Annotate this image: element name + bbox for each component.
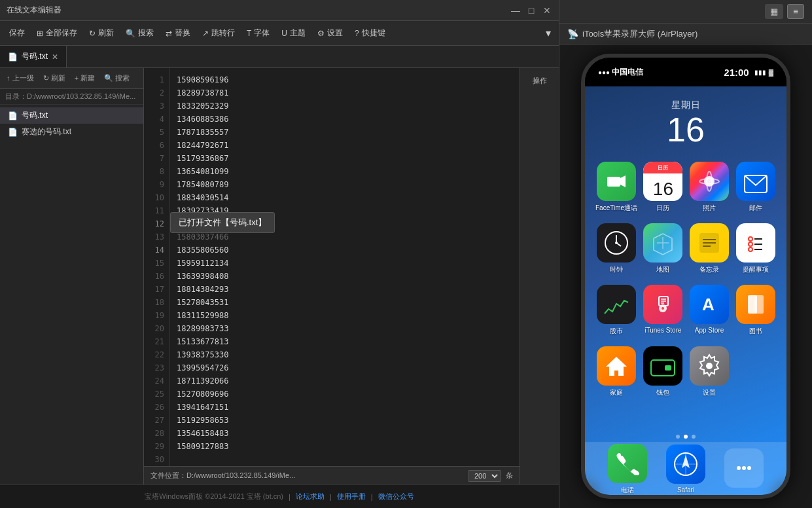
code-line: 15270809696	[177, 388, 520, 401]
line-number: 2	[144, 86, 169, 100]
tree-toolbar: ↑ 上一级 ↻ 刷新 + 新建 🔍 搜索	[0, 68, 143, 89]
ios-dock-more[interactable]	[724, 448, 764, 490]
dock-bar: 电话 Safari	[585, 443, 786, 495]
facetime-icon	[597, 162, 636, 201]
close-button[interactable]: ✕	[542, 5, 552, 16]
maps-label: 地图	[656, 265, 669, 274]
svg-point-17	[749, 242, 752, 246]
ios-app-home[interactable]: 家庭	[595, 346, 637, 397]
file-tree: ↑ 上一级 ↻ 刷新 + 新建 🔍 搜索 目录：D:/wwwroot/103.2…	[0, 68, 144, 484]
settings-button[interactable]: ⚙ 设置	[312, 25, 348, 41]
line-number: 24	[144, 374, 169, 388]
ios-app-itunes[interactable]: iTunes Store	[643, 285, 684, 336]
shortcuts-button[interactable]: ? 快捷键	[349, 25, 391, 41]
font-button[interactable]: T 字体	[241, 25, 275, 41]
ios-app-photos[interactable]: 照片	[689, 162, 730, 213]
code-line: 17854080789	[177, 178, 520, 191]
save-button[interactable]: 保存	[4, 25, 30, 41]
code-line: 18244792671	[177, 139, 520, 152]
notes-label: 备忘录	[699, 265, 719, 274]
tree-file-item[interactable]: 📄 赛选的号码.txt	[0, 124, 143, 140]
forum-link[interactable]: 论坛求助	[296, 492, 325, 501]
refresh-button[interactable]: ↻ 刷新	[84, 25, 119, 41]
save-all-button[interactable]: ⊞ 全部保存	[31, 25, 82, 41]
settings-icon: ⚙	[317, 29, 325, 38]
footer-copyright: 宝塔Windows面板 ©2014-2021 宝塔 (bt.cn)	[145, 492, 283, 501]
ios-app-mail[interactable]: 邮件	[735, 162, 776, 213]
theme-button[interactable]: U 主题	[276, 25, 311, 41]
manual-link[interactable]: 使用手册	[337, 492, 366, 501]
replace-button[interactable]: ⇄ 替换	[160, 25, 196, 41]
file-path-status: 文件位置：D:/wwwroot/103.232.85.149/iMe...	[150, 471, 295, 481]
day-number: 16	[598, 111, 773, 149]
tab-item[interactable]: 📄 号码.txt ✕	[0, 46, 67, 67]
code-line: 15959112134	[177, 257, 520, 270]
code-line: 18311529988	[177, 309, 520, 322]
minimize-button[interactable]: —	[510, 5, 521, 16]
notch	[646, 64, 725, 80]
tab-close-button[interactable]: ✕	[52, 52, 58, 62]
code-line: 18289738781	[177, 86, 520, 100]
photos-label: 照片	[703, 204, 716, 213]
ios-app-stocks[interactable]: 股市	[595, 285, 637, 336]
code-editor[interactable]: 1 2 3 4 5 6 7 8 9 10 11 12 13 14	[144, 68, 520, 484]
wechat-link[interactable]: 微信公众号	[378, 492, 414, 501]
tab-label: 号码.txt	[22, 51, 48, 62]
search-icon: 🔍	[126, 29, 135, 38]
list-view-button[interactable]: ≡	[787, 4, 804, 19]
grid-view-button[interactable]: ▦	[765, 4, 783, 19]
code-line: 18355806560	[177, 244, 520, 257]
code-line: 13654081099	[177, 165, 520, 178]
help-icon: ?	[355, 29, 359, 38]
toolbar-more-button[interactable]: ▾	[542, 27, 555, 39]
ios-app-facetime[interactable]: FaceTime通话	[595, 162, 637, 213]
line-number: 17	[144, 283, 169, 296]
phone-screen: ●●● 中国电信 ▲ 21:00 ▮▮▮ ▓ 星期日 16	[559, 45, 812, 508]
line-number: 25	[144, 388, 169, 401]
notes-icon	[690, 223, 729, 263]
ios-app-notes[interactable]: 备忘录	[689, 223, 730, 274]
ios-app-settings[interactable]: 设置	[689, 346, 730, 397]
code-line: 13546158483	[177, 427, 520, 440]
code-line: 13460885386	[177, 113, 520, 126]
code-line: 15179336867	[177, 152, 520, 165]
phone-dock-label: 电话	[621, 486, 634, 495]
ios-dock-safari[interactable]: Safari	[666, 444, 705, 494]
itunes-icon	[643, 285, 682, 324]
ios-app-wallet[interactable]: 钱包	[643, 346, 684, 397]
replace-icon: ⇄	[166, 29, 172, 38]
safari-dock-label: Safari	[677, 486, 694, 494]
font-icon: T	[247, 29, 251, 38]
operation-button[interactable]: 操作	[523, 73, 556, 88]
svg-marker-30	[606, 357, 627, 376]
settings-label: 设置	[703, 388, 716, 397]
appstore-icon: A	[690, 285, 729, 324]
ios-app-books[interactable]: 图书	[735, 285, 776, 336]
tree-file-item[interactable]: 📄 号码.txt	[0, 107, 143, 124]
code-line: 15278043531	[177, 296, 520, 309]
ios-dock-phone[interactable]: 电话	[608, 444, 647, 495]
ios-app-calendar[interactable]: 日历 16 日历	[643, 162, 684, 213]
ios-app-reminders[interactable]: 提醒事项	[735, 223, 776, 274]
new-file-button[interactable]: + 新建	[72, 72, 97, 84]
tree-search-button[interactable]: 🔍 搜索	[101, 72, 132, 84]
line-number: 30	[144, 453, 169, 466]
jump-button[interactable]: ↗ 跳转行	[197, 25, 240, 41]
safari-dock-icon	[666, 444, 705, 484]
up-level-button[interactable]: ↑ 上一级	[4, 72, 37, 84]
ios-app-maps[interactable]: 地图	[643, 223, 684, 274]
line-number: 10	[144, 191, 169, 204]
breadcrumb: 目录：D:/wwwroot/103.232.85.149/iMe...	[0, 89, 143, 105]
count-select[interactable]: 200	[468, 470, 501, 482]
line-number: 3	[144, 100, 169, 113]
status-right: 200 条	[468, 470, 513, 482]
facetime-label: FaceTime通话	[595, 204, 637, 213]
ios-app-clock[interactable]: 时钟	[595, 223, 637, 274]
tree-refresh-button[interactable]: ↻ 刷新	[41, 72, 68, 84]
phone-dock-icon	[608, 444, 647, 483]
footer-divider: |	[371, 493, 373, 501]
ios-app-appstore[interactable]: A App Store	[689, 285, 730, 336]
svg-rect-32	[665, 365, 671, 371]
search-button[interactable]: 🔍 搜索	[120, 25, 159, 41]
maximize-button[interactable]: □	[526, 5, 537, 16]
